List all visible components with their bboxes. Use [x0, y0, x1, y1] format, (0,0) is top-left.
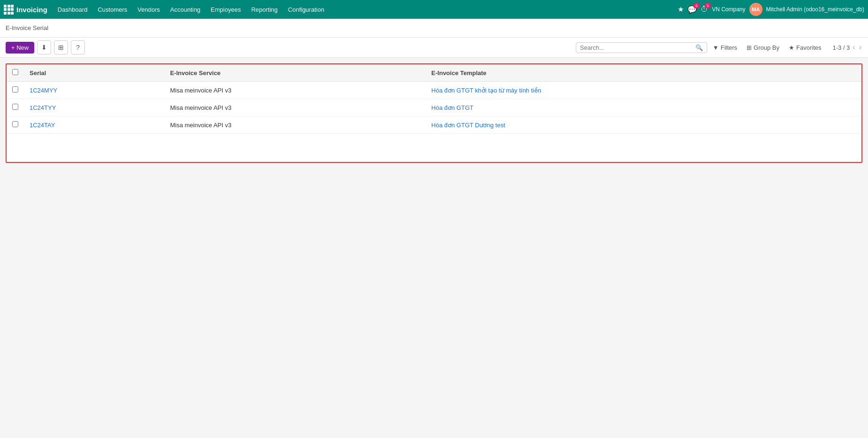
favorites-button[interactable]: ★ Favorites	[785, 42, 825, 53]
search-icon: 🔍	[695, 44, 703, 51]
help-icon: ?	[76, 44, 80, 51]
company-name: VN Company	[712, 6, 745, 13]
app-name: Invoicing	[16, 6, 47, 14]
empty-row	[7, 134, 861, 162]
filter-icon: ▼	[713, 44, 719, 51]
nav-accounting[interactable]: Accounting	[166, 4, 205, 15]
search-input[interactable]	[580, 44, 695, 51]
select-all-checkbox[interactable]	[12, 69, 18, 75]
row-template[interactable]: Hóa đơn GTGT	[426, 99, 861, 116]
row-checkbox[interactable]	[12, 121, 18, 127]
prev-page-button[interactable]: ‹	[852, 42, 856, 53]
nav-menu: Dashboard Customers Vendors Accounting E…	[53, 4, 676, 15]
search-box: 🔍	[576, 42, 707, 53]
nav-customers[interactable]: Customers	[93, 4, 132, 15]
page-title: E-Invoice Serial	[6, 24, 48, 31]
row-checkbox-cell[interactable]	[7, 116, 24, 134]
nav-configuration[interactable]: Configuration	[283, 4, 329, 15]
download-icon: ⬇	[41, 44, 47, 51]
chat-badge: 6	[693, 3, 700, 8]
user-info: Mitchell Admin (odoo16_meinvoice_db)	[766, 6, 864, 13]
row-checkbox[interactable]	[12, 86, 18, 92]
nav-vendors[interactable]: Vendors	[133, 4, 165, 15]
grid-icon	[4, 5, 14, 15]
row-serial[interactable]: 1C24MYY	[24, 82, 165, 99]
row-serial[interactable]: 1C24TAY	[24, 116, 165, 134]
notification-icon[interactable]: ★	[678, 5, 684, 14]
nav-employees[interactable]: Employees	[206, 4, 245, 15]
row-template[interactable]: Hóa đơn GTGT Dương test	[426, 116, 861, 134]
col-template: E-Invoice Template	[426, 64, 861, 82]
grid-view-icon: ⊞	[58, 44, 64, 51]
top-navigation: Invoicing Dashboard Customers Vendors Ac…	[0, 0, 868, 19]
pagination-text: 1-3 / 3	[832, 44, 850, 51]
toolbar-right: 🔍 ▼ Filters ⊞ Group By ★ Favorites 1-3 /…	[576, 42, 862, 53]
filters-label: Filters	[721, 44, 737, 51]
toolbar: + New ⬇ ⊞ ? 🔍 ▼ Filters ⊞ Group By ★ Fav…	[0, 38, 868, 58]
row-service: Misa meinvoice API v3	[165, 82, 426, 99]
table-container: Serial E-Invoice Service E-Invoice Templ…	[6, 63, 862, 163]
help-button[interactable]: ?	[71, 40, 85, 54]
app-logo[interactable]: Invoicing	[4, 5, 47, 15]
nav-reporting[interactable]: Reporting	[247, 4, 282, 15]
next-page-button[interactable]: ›	[858, 42, 862, 53]
new-button-label: + New	[11, 44, 29, 51]
table-body: 1C24MYY Misa meinvoice API v3 Hóa đơn GT…	[7, 82, 861, 162]
col-service: E-Invoice Service	[165, 64, 426, 82]
main-content: Serial E-Invoice Service E-Invoice Templ…	[0, 58, 868, 169]
row-serial[interactable]: 1C24TYY	[24, 99, 165, 116]
select-all-header[interactable]	[7, 64, 24, 82]
pagination: 1-3 / 3 ‹ ›	[832, 42, 862, 53]
favorites-label: Favorites	[796, 44, 821, 51]
row-service: Misa meinvoice API v3	[165, 116, 426, 134]
table-row: 1C24MYY Misa meinvoice API v3 Hóa đơn GT…	[7, 82, 861, 99]
table-row: 1C24TYY Misa meinvoice API v3 Hóa đơn GT…	[7, 99, 861, 116]
filters-button[interactable]: ▼ Filters	[709, 42, 741, 53]
table-header: Serial E-Invoice Service E-Invoice Templ…	[7, 64, 861, 82]
groupby-icon: ⊞	[747, 44, 752, 51]
clock-icon[interactable]: ⏱ 5	[701, 5, 708, 14]
table-row: 1C24TAY Misa meinvoice API v3 Hóa đơn GT…	[7, 116, 861, 134]
new-button[interactable]: + New	[6, 42, 34, 54]
avatar[interactable]: MA	[749, 3, 762, 16]
topnav-right: ★ 💬 6 ⏱ 5 VN Company MA Mitchell Admin (…	[678, 3, 864, 16]
subheader: E-Invoice Serial	[0, 19, 868, 38]
grid-view-button[interactable]: ⊞	[54, 40, 68, 54]
star-icon: ★	[789, 44, 794, 51]
chat-icon[interactable]: 💬 6	[687, 5, 697, 14]
download-button[interactable]: ⬇	[37, 40, 51, 54]
row-checkbox-cell[interactable]	[7, 99, 24, 116]
data-table: Serial E-Invoice Service E-Invoice Templ…	[7, 64, 861, 162]
groupby-label: Group By	[754, 44, 779, 51]
row-checkbox[interactable]	[12, 104, 18, 110]
row-service: Misa meinvoice API v3	[165, 99, 426, 116]
row-checkbox-cell[interactable]	[7, 82, 24, 99]
col-serial: Serial	[24, 64, 165, 82]
groupby-button[interactable]: ⊞ Group By	[743, 42, 783, 53]
nav-dashboard[interactable]: Dashboard	[53, 4, 92, 15]
row-template[interactable]: Hóa đơn GTGT khởi tạo từ máy tính tiền	[426, 82, 861, 99]
clock-badge: 5	[704, 3, 711, 8]
